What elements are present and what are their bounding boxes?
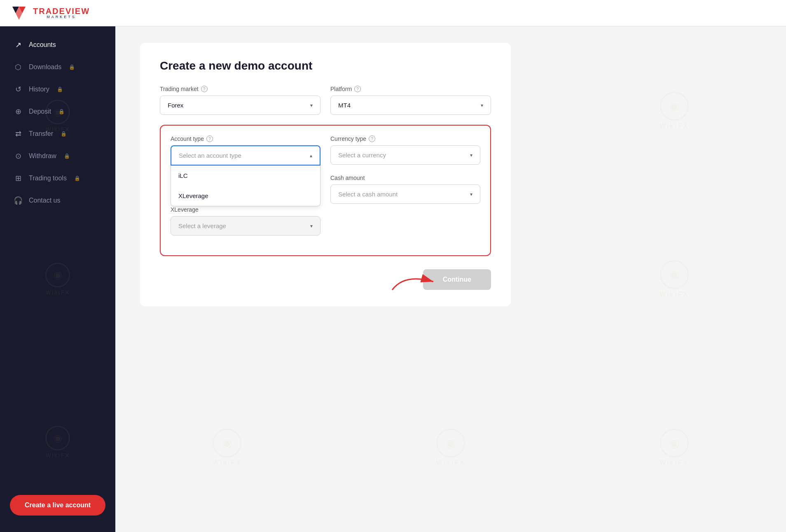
cash-amount-placeholder: Select a cash amount [338,191,398,198]
sidebar-item-downloads[interactable]: ⬡ Downloads 🔒 [7,57,109,77]
sidebar-item-deposit[interactable]: ⊕ Deposit 🔒 [7,101,109,122]
form-row-3: XLeverage Select a leverage ▾ [171,206,480,236]
trading-market-help-icon[interactable]: ? [201,86,208,92]
header: TRADEVIEW MARKETS [0,0,786,26]
trading-market-chevron: ▾ [310,103,313,108]
form-row-2: Account type ? Select an account type ▴ … [171,135,480,206]
continue-area: Continue [160,269,491,290]
account-type-chevron: ▴ [310,153,312,159]
logo-markets-text: MARKETS [33,15,90,19]
deposit-lock-icon: 🔒 [58,109,65,114]
platform-chevron: ▾ [481,103,483,108]
currency-type-select[interactable]: Select a currency ▾ [330,145,480,165]
sidebar-item-transfer[interactable]: ⇄ Transfer 🔒 [7,124,109,144]
leverage-placeholder: Select a leverage [178,222,226,229]
main-layout: ◉ WikiFX ◉ WikiFX ◉ WikiFX ↗ Accounts ⬡ … [0,26,786,532]
cash-amount-select[interactable]: Select a cash amount ▾ [330,184,480,204]
logo: TRADEVIEW MARKETS [10,5,90,21]
form-title: Create a new demo account [160,59,491,72]
account-type-group: Account type ? Select an account type ▴ … [171,135,320,206]
sidebar-item-accounts-label: Accounts [29,41,56,49]
sidebar-item-trading-tools[interactable]: ⊞ Trading tools 🔒 [7,168,109,189]
platform-select[interactable]: MT4 ▾ [330,96,491,115]
account-type-select[interactable]: Select an account type ▴ [171,145,320,166]
logo-icon [10,5,30,21]
downloads-icon: ⬡ [13,63,23,72]
cash-amount-chevron: ▾ [470,191,473,197]
currency-type-placeholder: Select a currency [338,152,386,159]
platform-value: MT4 [338,102,351,109]
logo-trade-text: TRADEVIEW [33,7,90,15]
sidebar-item-contact-us[interactable]: 🎧 Contact us [7,190,109,211]
trading-market-select[interactable]: Forex ▾ [160,96,320,115]
sidebar-item-withdraw-label: Withdraw [29,152,56,160]
platform-help-icon[interactable]: ? [354,86,361,92]
trading-tools-icon: ⊞ [13,174,23,183]
sidebar-item-contact-us-label: Contact us [29,197,60,204]
downloads-lock-icon: 🔒 [69,64,75,70]
sidebar-item-downloads-label: Downloads [29,63,61,71]
create-live-button[interactable]: Create a live account [10,495,105,516]
leverage-select[interactable]: Select a leverage ▾ [171,216,320,236]
leverage-chevron: ▾ [310,223,313,229]
withdraw-lock-icon: 🔒 [64,153,70,159]
contact-us-icon: 🎧 [13,196,23,205]
currency-type-group: Currency type ? Select a currency ▾ Cash… [330,135,480,206]
sidebar-footer: Create a live account [0,487,115,524]
sidebar-item-deposit-label: Deposit [29,108,51,115]
sidebar-item-accounts[interactable]: ↗ Accounts [7,35,109,55]
platform-group: Platform ? MT4 ▾ [330,86,491,115]
account-type-label: Account type ? [171,135,320,142]
cash-amount-label: Cash amount [330,175,480,181]
sidebar-item-history[interactable]: ↺ History 🔒 [7,79,109,100]
sidebar: ◉ WikiFX ◉ WikiFX ◉ WikiFX ↗ Accounts ⬡ … [0,26,115,532]
transfer-lock-icon: 🔒 [61,131,67,137]
account-type-dropdown-menu: iLC XLeverage [171,166,320,206]
xleverage-group: XLeverage Select a leverage ▾ [171,206,320,236]
dropdown-item-ilc[interactable]: iLC [171,166,320,186]
withdraw-icon: ⊙ [13,152,23,161]
red-arrow-hint [388,269,437,294]
form-row-1: Trading market ? Forex ▾ Platform ? MT4 [160,86,491,115]
account-type-placeholder: Select an account type [179,152,241,159]
sidebar-item-history-label: History [29,86,49,93]
nav-items: ↗ Accounts ⬡ Downloads 🔒 ↺ History 🔒 ⊕ D… [0,35,115,487]
currency-type-chevron: ▾ [470,152,473,158]
red-bordered-section: Account type ? Select an account type ▴ … [160,125,491,256]
sidebar-item-trading-tools-label: Trading tools [29,175,67,182]
history-lock-icon: 🔒 [57,86,63,92]
spacer-group [330,206,480,236]
transfer-icon: ⇄ [13,129,23,138]
account-type-help-icon[interactable]: ? [206,135,213,142]
history-icon: ↺ [13,85,23,94]
trading-market-label: Trading market ? [160,86,320,92]
dropdown-item-xleverage[interactable]: XLeverage [171,186,320,206]
logo-text: TRADEVIEW MARKETS [33,7,90,19]
account-type-dropdown-container: Select an account type ▴ iLC XLeverage [171,145,320,206]
accounts-icon: ↗ [13,40,23,49]
trading-market-value: Forex [168,102,183,109]
sidebar-item-transfer-label: Transfer [29,130,53,138]
form-card: Create a new demo account Trading market… [140,43,511,306]
sidebar-item-withdraw[interactable]: ⊙ Withdraw 🔒 [7,146,109,166]
trading-tools-lock-icon: 🔒 [74,175,80,181]
currency-type-label: Currency type ? [330,135,480,142]
content-area: ◉WikiFX ◉WikiFX ◉WikiFX ◉WikiFX ◉WikiFX … [115,26,786,532]
xleverage-label: XLeverage [171,206,320,213]
trading-market-group: Trading market ? Forex ▾ [160,86,320,115]
deposit-icon: ⊕ [13,107,23,116]
platform-label: Platform ? [330,86,491,92]
currency-type-help-icon[interactable]: ? [369,135,375,142]
